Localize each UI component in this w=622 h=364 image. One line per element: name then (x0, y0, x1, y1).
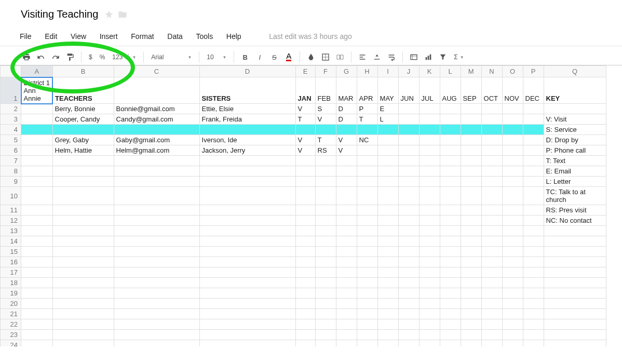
row-header-11[interactable]: 11 (1, 205, 21, 215)
cell-B9[interactable] (52, 177, 114, 187)
menu-help[interactable]: Help (226, 32, 241, 41)
select-all-corner[interactable] (1, 66, 21, 77)
cell-E1[interactable]: JAN (295, 77, 315, 104)
filter-icon[interactable] (436, 51, 450, 63)
cell-L3[interactable] (440, 114, 461, 125)
cell-B14[interactable] (52, 236, 114, 247)
cell-J20[interactable] (398, 299, 419, 309)
cell-E12[interactable] (295, 215, 315, 226)
cell-I13[interactable] (377, 226, 398, 236)
currency-format-button[interactable]: $ (86, 51, 96, 63)
cell-E7[interactable] (295, 156, 315, 166)
cell-H16[interactable] (357, 257, 377, 267)
cell-F2[interactable]: S (315, 104, 336, 114)
cell-F23[interactable] (315, 330, 336, 340)
cell-A21[interactable] (21, 309, 53, 319)
cell-D11[interactable] (199, 205, 295, 215)
cell-B13[interactable] (52, 226, 114, 236)
insert-chart-icon[interactable] (422, 51, 435, 63)
row-header-17[interactable]: 17 (1, 267, 21, 278)
cell-D8[interactable] (199, 166, 295, 177)
spreadsheet-grid[interactable]: ABCDEFGHIJKLMNOPQ1District 1 Ann AnnieTE… (0, 65, 622, 346)
cell-Q14[interactable] (544, 236, 606, 247)
cell-G23[interactable] (336, 330, 357, 340)
cell-L8[interactable] (440, 166, 461, 177)
cell-M1[interactable]: SEP (461, 77, 481, 104)
cell-P19[interactable] (523, 288, 544, 299)
cell-C14[interactable] (114, 236, 199, 247)
cell-Q15[interactable] (544, 247, 606, 257)
cell-Q12[interactable]: NC: No contact (544, 215, 606, 226)
col-header-P[interactable]: P (523, 66, 544, 77)
cell-K13[interactable] (419, 226, 440, 236)
cell-A1[interactable]: District 1 Ann Annie (21, 77, 53, 104)
cell-P3[interactable] (523, 114, 544, 125)
cell-O18[interactable] (502, 278, 523, 288)
cell-M6[interactable] (461, 145, 481, 156)
col-header-D[interactable]: D (199, 66, 295, 77)
cell-M3[interactable] (461, 114, 481, 125)
cell-L9[interactable] (440, 177, 461, 187)
text-color-icon[interactable]: A (282, 51, 295, 63)
cell-F13[interactable] (315, 226, 336, 236)
cell-J16[interactable] (398, 257, 419, 267)
cell-J7[interactable] (398, 156, 419, 166)
cell-J10[interactable] (398, 187, 419, 205)
h-align-icon[interactable] (356, 51, 369, 63)
cell-B15[interactable] (52, 247, 114, 257)
cell-G10[interactable] (336, 187, 357, 205)
cell-F10[interactable] (315, 187, 336, 205)
cell-Q17[interactable] (544, 267, 606, 278)
menu-tools[interactable]: Tools (196, 32, 213, 41)
cell-D6[interactable]: Jackson, Jerry (199, 145, 295, 156)
cell-J2[interactable] (398, 104, 419, 114)
cell-D18[interactable] (199, 278, 295, 288)
cell-E14[interactable] (295, 236, 315, 247)
cell-K11[interactable] (419, 205, 440, 215)
cell-O5[interactable] (502, 135, 523, 145)
cell-H14[interactable] (357, 236, 377, 247)
cell-N21[interactable] (481, 309, 502, 319)
cell-D7[interactable] (199, 156, 295, 166)
col-header-L[interactable]: L (440, 66, 461, 77)
cell-I23[interactable] (377, 330, 398, 340)
cell-J11[interactable] (398, 205, 419, 215)
cell-G8[interactable] (336, 166, 357, 177)
cell-I11[interactable] (377, 205, 398, 215)
cell-B8[interactable] (52, 166, 114, 177)
cell-I19[interactable] (377, 288, 398, 299)
col-header-E[interactable]: E (295, 66, 315, 77)
cell-L12[interactable] (440, 215, 461, 226)
cell-A6[interactable] (21, 145, 53, 156)
cell-Q4[interactable]: S: Service (544, 125, 606, 135)
cell-I9[interactable] (377, 177, 398, 187)
cell-Q24[interactable] (544, 340, 606, 347)
row-header-3[interactable]: 3 (1, 114, 21, 125)
cell-A17[interactable] (21, 267, 53, 278)
cell-E5[interactable]: V (295, 135, 315, 145)
cell-D16[interactable] (199, 257, 295, 267)
cell-B21[interactable] (52, 309, 114, 319)
cell-B19[interactable] (52, 288, 114, 299)
cell-P8[interactable] (523, 166, 544, 177)
cell-C11[interactable] (114, 205, 199, 215)
row-header-7[interactable]: 7 (1, 156, 21, 166)
cell-L16[interactable] (440, 257, 461, 267)
cell-B20[interactable] (52, 299, 114, 309)
menu-data[interactable]: Data (167, 32, 183, 41)
row-header-23[interactable]: 23 (1, 330, 21, 340)
col-header-H[interactable]: H (357, 66, 377, 77)
cell-N24[interactable] (481, 340, 502, 347)
cell-D5[interactable]: Iverson, Ide (199, 135, 295, 145)
cell-B4[interactable] (52, 125, 114, 135)
cell-P18[interactable] (523, 278, 544, 288)
cell-P4[interactable] (523, 125, 544, 135)
cell-M11[interactable] (461, 205, 481, 215)
cell-Q8[interactable]: E: Email (544, 166, 606, 177)
cell-O21[interactable] (502, 309, 523, 319)
menu-view[interactable]: View (71, 32, 86, 41)
cell-P21[interactable] (523, 309, 544, 319)
cell-G15[interactable] (336, 247, 357, 257)
cell-Q11[interactable]: RS: Pres visit (544, 205, 606, 215)
row-header-14[interactable]: 14 (1, 236, 21, 247)
